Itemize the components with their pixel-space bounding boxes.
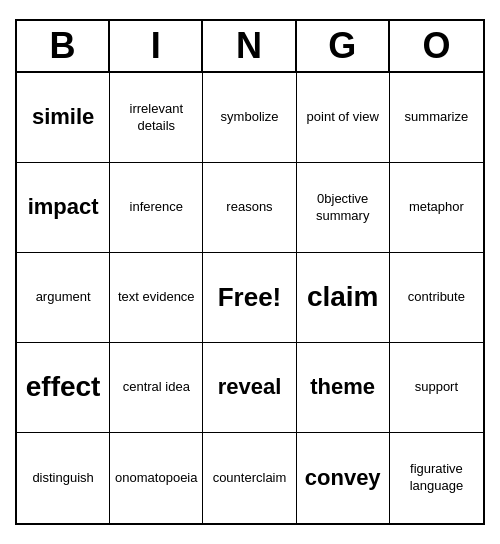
bingo-cell: impact	[17, 163, 110, 253]
bingo-cell: counterclaim	[203, 433, 296, 523]
header-letter: G	[297, 21, 390, 71]
bingo-cell: theme	[297, 343, 390, 433]
bingo-cell: irrelevant details	[110, 73, 203, 163]
bingo-cell: onomatopoeia	[110, 433, 203, 523]
bingo-cell: reasons	[203, 163, 296, 253]
bingo-cell: effect	[17, 343, 110, 433]
bingo-cell: text evidence	[110, 253, 203, 343]
bingo-cell: distinguish	[17, 433, 110, 523]
header-letter: O	[390, 21, 483, 71]
bingo-cell: argument	[17, 253, 110, 343]
bingo-cell: inference	[110, 163, 203, 253]
bingo-cell: symbolize	[203, 73, 296, 163]
bingo-cell: point of view	[297, 73, 390, 163]
header-letter: I	[110, 21, 203, 71]
bingo-cell: reveal	[203, 343, 296, 433]
bingo-header: BINGO	[17, 21, 483, 73]
bingo-cell: convey	[297, 433, 390, 523]
bingo-cell: contribute	[390, 253, 483, 343]
header-letter: N	[203, 21, 296, 71]
bingo-card: BINGO simileirrelevant detailssymbolizep…	[15, 19, 485, 525]
bingo-cell: claim	[297, 253, 390, 343]
header-letter: B	[17, 21, 110, 71]
bingo-cell: simile	[17, 73, 110, 163]
bingo-cell: figurative language	[390, 433, 483, 523]
bingo-cell: 0bjective summary	[297, 163, 390, 253]
bingo-grid: simileirrelevant detailssymbolizepoint o…	[17, 73, 483, 523]
bingo-cell: support	[390, 343, 483, 433]
bingo-cell: summarize	[390, 73, 483, 163]
bingo-cell: metaphor	[390, 163, 483, 253]
bingo-cell: central idea	[110, 343, 203, 433]
bingo-cell: Free!	[203, 253, 296, 343]
